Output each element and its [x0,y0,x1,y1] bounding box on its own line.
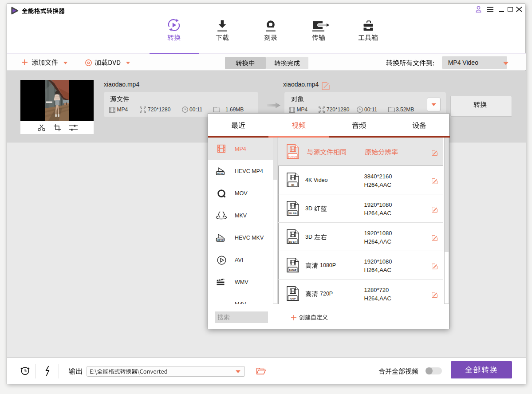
svg-text:source: source [288,155,297,158]
svg-text:720P: 720P [289,297,296,300]
svg-text:1080P: 1080P [289,269,296,272]
svg-text:HEVC: HEVC [217,239,224,241]
svg-text:3D LR: 3D LR [289,240,297,243]
svg-text:HEVC: HEVC [217,172,224,175]
svg-text:3D RB: 3D RB [288,212,297,215]
svg-text:4K: 4K [291,184,295,186]
